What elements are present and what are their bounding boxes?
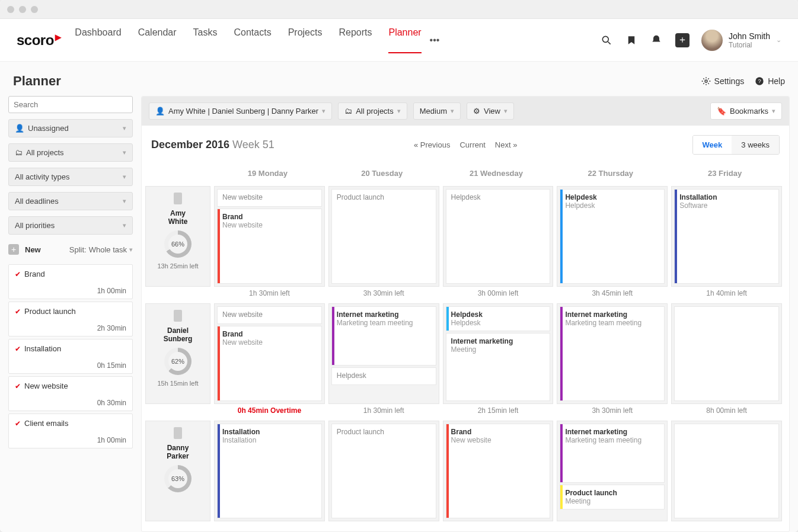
- day-cell[interactable]: New websiteBrandNew website: [214, 303, 325, 404]
- day-cell[interactable]: Product launch: [328, 421, 439, 521]
- time-left-label: [145, 406, 210, 415]
- task-slot[interactable]: Internet marketingMarketing team meeting: [331, 306, 436, 366]
- bookmark-icon[interactable]: [625, 34, 637, 46]
- task-card[interactable]: ✔Brand1h 00min: [8, 264, 133, 299]
- task-slot[interactable]: InstallationInstallation: [217, 424, 322, 518]
- day-cell[interactable]: InstallationSoftware: [671, 186, 782, 287]
- person-icon: [174, 427, 182, 439]
- time-left-label: 3h 30min left: [557, 406, 668, 415]
- day-cell[interactable]: Product launch: [328, 186, 439, 287]
- new-label: New: [25, 245, 41, 254]
- task-slot[interactable]: InstallationSoftware: [674, 189, 779, 284]
- filter-view[interactable]: ⚙View▾: [467, 102, 514, 120]
- svg-line-1: [608, 41, 610, 44]
- task-slot[interactable]: BrandNew website: [446, 424, 551, 518]
- planner-grid: 19 Monday20 Tuesday21 Wednesday22 Thursd…: [142, 161, 789, 531]
- help-link[interactable]: ? Help: [755, 76, 785, 86]
- filter-all-projects[interactable]: 🗂All projects▾: [338, 102, 407, 120]
- task-slot[interactable]: Internet marketingMeeting: [446, 333, 551, 401]
- task-slot[interactable]: Internet marketingMarketing team meeting: [560, 306, 665, 401]
- split-select[interactable]: Split: Whole task ▾: [69, 245, 133, 254]
- filter-priorities[interactable]: All priorities▾: [8, 216, 133, 235]
- day-cell[interactable]: Internet marketingMarketing team meeting…: [328, 303, 439, 404]
- slot-title: Internet marketing: [337, 310, 431, 319]
- seg-week[interactable]: Week: [693, 136, 732, 154]
- task-slot[interactable]: HelpdeskHelpdesk: [560, 189, 665, 284]
- check-icon: ✔: [15, 345, 21, 353]
- current-link[interactable]: Current: [459, 140, 485, 149]
- next-link[interactable]: Next »: [495, 140, 518, 149]
- day-cell[interactable]: Internet marketingMarketing team meeting…: [557, 421, 668, 521]
- bookmarks-button[interactable]: 🔖Bookmarks▾: [710, 102, 782, 120]
- day-cell[interactable]: HelpdeskHelpdeskInternet marketingMeetin…: [443, 303, 554, 404]
- bell-icon[interactable]: [650, 34, 662, 46]
- nav-calendar[interactable]: Calendar: [138, 27, 177, 53]
- nav-dashboard[interactable]: Dashboard: [75, 27, 121, 53]
- task-name: Brand: [24, 270, 45, 278]
- task-card[interactable]: ✔Client emails1h 00min: [8, 414, 133, 448]
- gear-icon: [701, 76, 711, 86]
- person-time-left: 15h 15min left: [157, 380, 198, 387]
- filter-unassigned[interactable]: 👤Unassigned▾: [8, 119, 133, 137]
- task-slot[interactable]: Product launch: [331, 424, 436, 518]
- task-duration: 0h 15min: [15, 361, 126, 370]
- person-time-left: 13h 25min left: [157, 262, 198, 270]
- slot-subtitle: Meeting: [451, 345, 545, 354]
- nav-more-icon[interactable]: •••: [430, 35, 440, 46]
- filter-size[interactable]: Medium▾: [413, 102, 461, 120]
- new-task-button[interactable]: +: [8, 244, 19, 255]
- task-slot[interactable]: New website: [217, 306, 322, 324]
- search-icon[interactable]: [601, 34, 612, 46]
- day-cell[interactable]: Helpdesk: [443, 186, 554, 287]
- nav-contacts[interactable]: Contacts: [234, 27, 271, 53]
- utilization-donut: 66%: [164, 230, 191, 258]
- traffic-light[interactable]: [7, 6, 14, 13]
- day-cell[interactable]: InstallationInstallation: [214, 421, 325, 521]
- prev-link[interactable]: « Previous: [414, 140, 450, 149]
- task-slot[interactable]: Helpdesk: [331, 367, 436, 385]
- task-slot[interactable]: New website: [217, 189, 322, 207]
- task-card[interactable]: ✔Installation0h 15min: [8, 339, 133, 374]
- nav-planner[interactable]: Planner: [388, 27, 421, 53]
- task-slot[interactable]: Internet marketingMarketing team meeting: [560, 424, 665, 483]
- task-slot[interactable]: [674, 306, 779, 401]
- day-cell[interactable]: HelpdeskHelpdesk: [557, 186, 668, 287]
- user-name: John Smith: [729, 31, 770, 41]
- person-icon: [174, 310, 182, 322]
- task-slot[interactable]: BrandNew website: [217, 209, 322, 284]
- day-cell[interactable]: New websiteBrandNew website: [214, 186, 325, 287]
- task-slot[interactable]: BrandNew website: [217, 326, 322, 401]
- task-card[interactable]: ✔Product launch2h 30min: [8, 302, 133, 336]
- slot-subtitle: Meeting: [565, 497, 659, 505]
- nav-tasks[interactable]: Tasks: [193, 27, 218, 53]
- help-icon: ?: [755, 76, 764, 86]
- time-left-label: 1h 30min left: [214, 289, 325, 297]
- task-slot[interactable]: HelpdeskHelpdesk: [446, 306, 551, 331]
- filter-projects[interactable]: 🗂All projects▾: [8, 143, 133, 162]
- task-slot[interactable]: Product launch: [331, 189, 436, 284]
- day-cell[interactable]: [671, 421, 782, 521]
- seg-3weeks[interactable]: 3 weeks: [732, 136, 779, 154]
- window-titlebar: [0, 0, 798, 19]
- filter-activity-types[interactable]: All activity types▾: [8, 168, 133, 186]
- settings-link[interactable]: Settings: [701, 76, 745, 86]
- search-input[interactable]: [8, 96, 133, 113]
- filter-people[interactable]: 👤Amy White | Daniel Sunberg | Danny Park…: [149, 102, 332, 120]
- user-menu[interactable]: John Smith Tutorial ⌄: [701, 30, 781, 51]
- filter-deadlines[interactable]: All deadlines▾: [8, 192, 133, 210]
- task-card[interactable]: ✔New website0h 30min: [8, 376, 133, 411]
- nav-projects[interactable]: Projects: [288, 27, 323, 53]
- day-cell[interactable]: Internet marketingMarketing team meeting: [557, 303, 668, 404]
- traffic-light[interactable]: [31, 6, 38, 13]
- task-slot[interactable]: Helpdesk: [446, 189, 551, 284]
- day-cell[interactable]: [671, 303, 782, 404]
- slot-title: Brand: [222, 330, 317, 338]
- add-icon[interactable]: ＋: [675, 33, 690, 47]
- task-slot[interactable]: Product launchMeeting: [560, 485, 665, 509]
- traffic-light[interactable]: [19, 6, 26, 13]
- task-slot[interactable]: [674, 424, 779, 518]
- day-cell[interactable]: BrandNew website: [443, 421, 554, 521]
- time-left-label: 2h 15min left: [443, 406, 554, 415]
- nav-reports[interactable]: Reports: [339, 27, 372, 53]
- nav-links: DashboardCalendarTasksContactsProjectsRe…: [75, 27, 421, 53]
